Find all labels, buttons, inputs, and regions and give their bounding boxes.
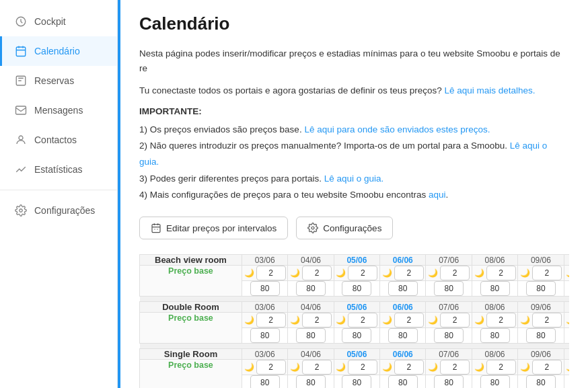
moon-icon: 🌙 — [244, 362, 254, 372]
moon-icon: 🌙 — [474, 268, 484, 278]
date-header-1-6: 09/06 — [518, 302, 564, 313]
sidebar-item-cockpit[interactable]: Cockpit — [0, 7, 117, 36]
min-stay-input-2-5[interactable] — [486, 360, 516, 375]
min-stay-input-1-0[interactable] — [256, 313, 286, 327]
price-cell-0-5 — [472, 281, 517, 297]
price-input-1-3[interactable] — [388, 328, 418, 343]
min-stay-cell-0-3: 🌙 — [380, 266, 426, 281]
room-header-1: Double Room — [140, 302, 242, 313]
moon-icon: 🌙 — [382, 268, 392, 278]
min-stay-cell-1-4: 🌙 — [426, 313, 472, 328]
price-input-2-5[interactable] — [480, 375, 510, 388]
svg-rect-1 — [16, 47, 26, 56]
price-cell-0-6 — [518, 281, 564, 297]
min-stay-input-0-3[interactable] — [394, 266, 424, 280]
room-header-0: Beach view room — [140, 255, 242, 266]
min-stay-cell-2-6: 🌙 — [518, 360, 564, 375]
sidebar: Cockpit Calendário Reservas Mensagens Co… — [0, 0, 118, 388]
min-stay-input-2-0[interactable] — [256, 360, 286, 375]
sidebar-item-contactos[interactable]: Contactos — [0, 125, 117, 155]
min-stay-input-1-4[interactable] — [440, 313, 470, 327]
info-link-1[interactable]: Lê aqui para onde são enviados estes pre… — [304, 124, 490, 134]
min-stay-cell-0-4: 🌙 — [426, 266, 472, 281]
date-header-1-5: 08/06 — [472, 302, 517, 313]
sidebar-item-calendario[interactable]: Calendário — [0, 36, 117, 66]
price-input-1-5[interactable] — [480, 328, 510, 343]
price-input-1-1[interactable] — [296, 328, 326, 343]
calendar-container: Beach view room03/0604/0605/0606/0607/06… — [139, 254, 569, 388]
price-input-2-0[interactable] — [250, 375, 280, 388]
min-stay-input-1-2[interactable] — [348, 313, 377, 327]
min-stay-input-0-2[interactable] — [348, 266, 377, 280]
min-stay-input-1-3[interactable] — [394, 313, 424, 327]
intro-link[interactable]: Lê aqui mais detalhes. — [445, 85, 536, 95]
price-cell-2-2 — [334, 375, 379, 388]
price-cell-1-3 — [380, 328, 426, 344]
sidebar-item-mensagens[interactable]: Mensagens — [0, 95, 117, 125]
min-stay-input-0-4[interactable] — [440, 266, 470, 280]
info-link-3[interactable]: Lê aqui o guia. — [324, 173, 384, 184]
min-stay-cell-2-7: 🌙 — [564, 360, 569, 375]
room-header-2: Single Room — [140, 349, 242, 360]
important-label: IMPORTANTE: — [139, 106, 569, 116]
price-input-0-4[interactable] — [434, 281, 464, 296]
date-header-0-0: 03/06 — [242, 255, 287, 266]
min-stay-cell-1-7: 🌙 — [564, 313, 569, 328]
price-input-1-4[interactable] — [434, 328, 464, 343]
price-input-0-6[interactable] — [526, 281, 556, 296]
date-header-2-1: 04/06 — [288, 349, 334, 360]
min-stay-input-0-0[interactable] — [256, 266, 286, 280]
price-input-0-5[interactable] — [480, 281, 510, 296]
edit-prices-button[interactable]: Editar preços por intervalos — [139, 217, 288, 239]
calendar-table: Beach view room03/0604/0605/0606/0607/06… — [139, 254, 569, 388]
min-stay-input-2-4[interactable] — [440, 360, 470, 375]
price-input-2-4[interactable] — [434, 375, 464, 388]
min-stay-input-2-1[interactable] — [302, 360, 332, 375]
min-stay-input-1-1[interactable] — [302, 313, 332, 327]
price-input-0-0[interactable] — [250, 281, 280, 296]
price-cell-2-0 — [242, 375, 287, 388]
min-stay-input-2-2[interactable] — [348, 360, 377, 375]
preco-label-cell-2: Preço base — [140, 360, 242, 388]
price-cell-1-0 — [242, 328, 287, 344]
sidebar-item-label: Contactos — [34, 134, 77, 145]
min-stay-input-0-1[interactable] — [302, 266, 332, 280]
price-cell-1-1 — [288, 328, 334, 344]
price-cell-2-7 — [564, 375, 569, 388]
date-header-2-4: 07/06 — [426, 349, 472, 360]
price-input-0-2[interactable] — [342, 281, 371, 296]
price-input-0-3[interactable] — [388, 281, 418, 296]
sidebar-item-estatisticas[interactable]: Estatísticas — [0, 155, 117, 184]
min-stay-input-1-5[interactable] — [486, 313, 516, 327]
price-input-2-3[interactable] — [388, 375, 418, 388]
price-input-2-6[interactable] — [526, 375, 556, 388]
moon-icon: 🌙 — [428, 362, 438, 372]
min-stay-input-0-5[interactable] — [486, 266, 516, 280]
min-stay-cell-0-6: 🌙 — [518, 266, 564, 281]
cockpit-icon — [14, 15, 28, 28]
sidebar-item-reservas[interactable]: Reservas — [0, 66, 117, 95]
min-stay-input-2-6[interactable] — [532, 360, 562, 375]
sidebar-item-configuracoes[interactable]: Configurações — [0, 196, 117, 225]
date-header-1-3: 06/06 — [380, 302, 426, 313]
price-input-2-2[interactable] — [342, 375, 371, 388]
min-stay-input-2-3[interactable] — [394, 360, 424, 375]
moon-icon: 🌙 — [520, 315, 530, 325]
date-header-0-5: 08/06 — [472, 255, 517, 266]
min-stay-input-0-6[interactable] — [532, 266, 562, 280]
price-cell-2-6 — [518, 375, 564, 388]
price-input-2-1[interactable] — [296, 375, 326, 388]
min-stay-cell-2-2: 🌙 — [334, 360, 379, 375]
sidebar-item-label: Estatísticas — [34, 164, 83, 175]
info-link-4[interactable]: aqui — [429, 190, 446, 200]
price-input-1-6[interactable] — [526, 328, 556, 343]
moon-icon: 🌙 — [382, 315, 392, 325]
moon-icon: 🌙 — [520, 362, 530, 372]
min-stay-input-1-6[interactable] — [532, 313, 562, 327]
svg-point-5 — [20, 209, 23, 212]
configuracoes-button[interactable]: Configurações — [296, 217, 393, 239]
price-input-1-0[interactable] — [250, 328, 280, 343]
date-header-0-1: 04/06 — [288, 255, 334, 266]
price-input-1-2[interactable] — [342, 328, 371, 343]
price-input-0-1[interactable] — [296, 281, 326, 296]
